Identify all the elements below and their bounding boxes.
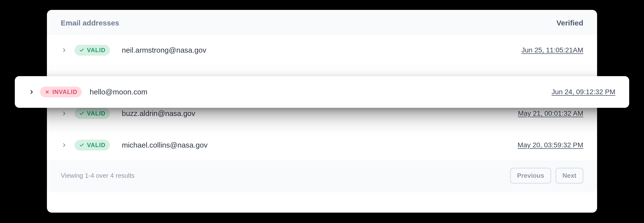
chevron-right-icon[interactable]: [29, 89, 34, 95]
status-badge: VALID: [74, 108, 110, 119]
email-cell: neil.armstrong@nasa.gov: [122, 46, 521, 54]
check-icon: [79, 142, 84, 148]
verified-timestamp: Jun 25, 11:05:21AM: [521, 46, 583, 54]
previous-button[interactable]: Previous: [510, 168, 551, 183]
panel-footer: Viewing 1-4 over 4 results Previous Next: [47, 161, 597, 192]
status-badge-label: INVALID: [52, 89, 77, 95]
table-row[interactable]: VALID neil.armstrong@nasa.gov Jun 25, 11…: [47, 34, 597, 66]
chevron-right-icon[interactable]: [61, 47, 68, 54]
check-icon: [79, 48, 84, 53]
check-icon: [79, 111, 84, 116]
email-cell: michael.collins@nasa.gov: [122, 141, 518, 149]
status-badge: VALID: [74, 140, 110, 151]
email-cell: buzz.aldrin@nasa.gov: [122, 109, 518, 118]
verified-timestamp: Jun 24, 09:12:32 PM: [552, 88, 615, 96]
column-header-verified: Verified: [556, 19, 583, 27]
next-button[interactable]: Next: [556, 168, 583, 183]
status-badge-label: VALID: [87, 47, 106, 54]
results-summary: Viewing 1-4 over 4 results: [61, 172, 134, 179]
status-badge-label: VALID: [87, 110, 106, 117]
verified-timestamp: May 21, 00:01:32 AM: [518, 110, 583, 117]
pager: Previous Next: [510, 168, 583, 183]
table-row-highlighted[interactable]: INVALID hello@moon.com Jun 24, 09:12:32 …: [15, 76, 629, 108]
email-verification-panel: Email addresses Verified VALID neil.arms…: [47, 10, 597, 213]
status-badge-label: VALID: [87, 142, 106, 149]
table-row[interactable]: VALID michael.collins@nasa.gov May 20, 0…: [47, 129, 597, 161]
email-cell: hello@moon.com: [90, 88, 552, 96]
x-icon: [44, 89, 50, 95]
chevron-right-icon[interactable]: [61, 142, 68, 149]
panel-header: Email addresses Verified: [47, 10, 597, 34]
status-badge: VALID: [74, 45, 110, 56]
status-badge: INVALID: [40, 87, 82, 97]
verified-timestamp: May 20, 03:59:32 PM: [518, 141, 583, 149]
column-header-email: Email addresses: [61, 19, 119, 27]
chevron-right-icon[interactable]: [61, 110, 68, 117]
